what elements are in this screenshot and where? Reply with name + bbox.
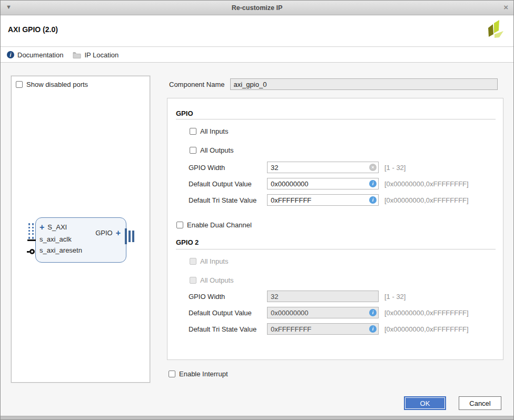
show-disabled-ports-checkbox-row[interactable]: Show disabled ports <box>16 81 88 88</box>
window-title: Re-customize IP <box>232 4 283 12</box>
gpio-all-outputs-checkbox-row[interactable]: All Outputs <box>190 146 234 154</box>
show-disabled-ports-label: Show disabled ports <box>26 81 88 88</box>
s-axi-aclk-port: s_axi_aclk <box>39 235 72 243</box>
window-menu-icon[interactable]: ▼ <box>6 4 12 10</box>
ip-location-link[interactable]: IP Location <box>73 51 118 59</box>
clear-icon[interactable]: × <box>369 164 377 171</box>
gpio2-all-inputs-checkbox <box>190 258 196 265</box>
gpio2-section-rule <box>176 249 496 249</box>
info-icon[interactable]: i <box>369 196 377 204</box>
gpio2-width-input <box>267 291 379 302</box>
s-axi-label: S_AXI <box>47 223 67 231</box>
enable-interrupt-checkbox-row[interactable]: Enable Interrupt <box>169 370 228 378</box>
gpio2-all-inputs-label: All Inputs <box>200 257 228 265</box>
default-output-value-row: Default Output Value i [0x00000000,0xFFF… <box>189 178 469 189</box>
folder-icon <box>73 52 81 58</box>
s-axi-aresetn-port: s_axi_aresetn <box>39 246 82 254</box>
default-tri-state-value-label: Default Tri State Value <box>189 196 267 204</box>
gpio-all-inputs-checkbox-row[interactable]: All Inputs <box>190 127 228 135</box>
enable-interrupt-checkbox[interactable] <box>169 371 175 377</box>
dialog-header: AXI GPIO (2.0) <box>1 16 513 47</box>
s-axi-aresetn-label: s_axi_aresetn <box>39 246 82 254</box>
gpio2-all-outputs-label: All Outputs <box>200 276 234 284</box>
s-axi-aclk-label: s_axi_aclk <box>39 235 72 243</box>
gpio2-section-heading: GPIO 2 <box>176 238 199 246</box>
component-name-input[interactable] <box>230 78 498 90</box>
gpio2-default-output-value-row: Default Output Value i [0x00000000,0xFFF… <box>189 307 469 318</box>
cancel-button[interactable]: Cancel <box>459 396 501 410</box>
gpio2-width-range: [1 - 32] <box>384 293 406 301</box>
gpio2-default-tri-state-value-input <box>267 323 379 335</box>
enable-dual-channel-checkbox[interactable] <box>176 222 183 228</box>
reset-pin-stub-icon <box>27 249 35 254</box>
gpio2-default-tri-state-value-row: Default Tri State Value i [0x00000000,0x… <box>189 323 469 335</box>
ip-symbol-panel: Show disabled ports + S_AXI s_axi_aclk <box>11 76 150 383</box>
default-output-value-range: [0x00000000,0xFFFFFFFF] <box>384 180 469 188</box>
gpio2-default-output-value-label: Default Output Value <box>189 309 267 317</box>
enable-dual-channel-label: Enable Dual Channel <box>187 221 252 229</box>
s-axi-port[interactable]: + S_AXI <box>39 223 67 231</box>
default-tri-state-value-row: Default Tri State Value i [0x00000000,0x… <box>189 194 469 206</box>
gpio2-width-row: GPIO Width [1 - 32] <box>189 291 406 302</box>
component-name-label: Component Name <box>169 81 225 88</box>
s-axi-interface-stub-icon <box>28 223 34 239</box>
titlebar: ▼ Re-customize IP × <box>1 1 513 15</box>
gpio-width-input[interactable] <box>267 162 379 173</box>
gpio-interface-stub-icon <box>125 228 134 244</box>
enable-dual-channel-checkbox-row[interactable]: Enable Dual Channel <box>176 221 252 229</box>
recustomize-ip-dialog: ▼ Re-customize IP × AXI GPIO (2.0) i Doc… <box>0 0 514 420</box>
close-icon[interactable]: × <box>503 3 508 12</box>
gpio2-default-output-value-range: [0x00000000,0xFFFFFFFF] <box>384 309 469 317</box>
show-disabled-ports-checkbox[interactable] <box>16 81 23 88</box>
s-axi-expand-icon[interactable]: + <box>39 224 44 231</box>
component-name-row: Component Name <box>169 78 498 90</box>
window-bottom-edge <box>1 416 513 419</box>
documentation-link[interactable]: i Documentation <box>7 51 63 59</box>
enable-interrupt-label: Enable Interrupt <box>179 370 228 378</box>
info-icon: i <box>369 325 377 333</box>
gpio-all-inputs-label: All Inputs <box>200 127 228 135</box>
gpio-all-inputs-checkbox[interactable] <box>190 128 196 135</box>
gpio-all-outputs-checkbox[interactable] <box>190 147 196 154</box>
gpio-section-heading: GPIO <box>176 109 193 117</box>
gpio2-width-label: GPIO Width <box>189 293 267 301</box>
dialog-toolbar: i Documentation IP Location <box>1 47 513 63</box>
info-icon[interactable]: i <box>369 180 377 187</box>
clock-pin-stub-icon <box>27 239 36 241</box>
gpio2-default-output-value-input <box>267 307 379 318</box>
info-icon: i <box>369 309 377 316</box>
gpio-config-panel: GPIO All Inputs All Outputs GPIO Width ×… <box>167 98 503 360</box>
gpio-port[interactable]: GPIO + <box>95 229 121 237</box>
gpio2-default-tri-state-value-label: Default Tri State Value <box>189 325 267 333</box>
gpio2-default-tri-state-value-range: [0x00000000,0xFFFFFFFF] <box>384 325 469 333</box>
default-tri-state-value-range: [0x00000000,0xFFFFFFFF] <box>384 196 469 204</box>
dialog-body: Show disabled ports + S_AXI s_axi_aclk <box>1 63 514 417</box>
gpio-expand-icon[interactable]: + <box>116 230 121 236</box>
documentation-info-icon: i <box>7 51 14 58</box>
default-output-value-label: Default Output Value <box>189 180 267 188</box>
xilinx-logo-icon <box>486 20 506 43</box>
default-tri-state-value-input[interactable] <box>267 194 379 206</box>
default-output-value-input[interactable] <box>267 178 379 189</box>
gpio-width-range: [1 - 32] <box>384 164 406 172</box>
gpio2-all-inputs-checkbox-row: All Inputs <box>190 257 228 265</box>
ok-button[interactable]: OK <box>404 396 446 410</box>
gpio-all-outputs-label: All Outputs <box>200 146 234 154</box>
documentation-label: Documentation <box>17 51 63 59</box>
page-title: AXI GPIO (2.0) <box>8 25 58 34</box>
gpio-width-row: GPIO Width × [1 - 32] <box>189 162 406 173</box>
gpio2-all-outputs-checkbox-row: All Outputs <box>190 276 234 284</box>
gpio-port-label: GPIO <box>95 229 113 237</box>
ip-block-diagram: + S_AXI s_axi_aclk s_axi_aresetn GPIO + <box>35 217 126 263</box>
gpio2-all-outputs-checkbox <box>190 277 196 284</box>
ip-location-label: IP Location <box>84 51 118 59</box>
gpio-section-rule <box>176 119 496 119</box>
gpio-width-label: GPIO Width <box>189 164 267 172</box>
